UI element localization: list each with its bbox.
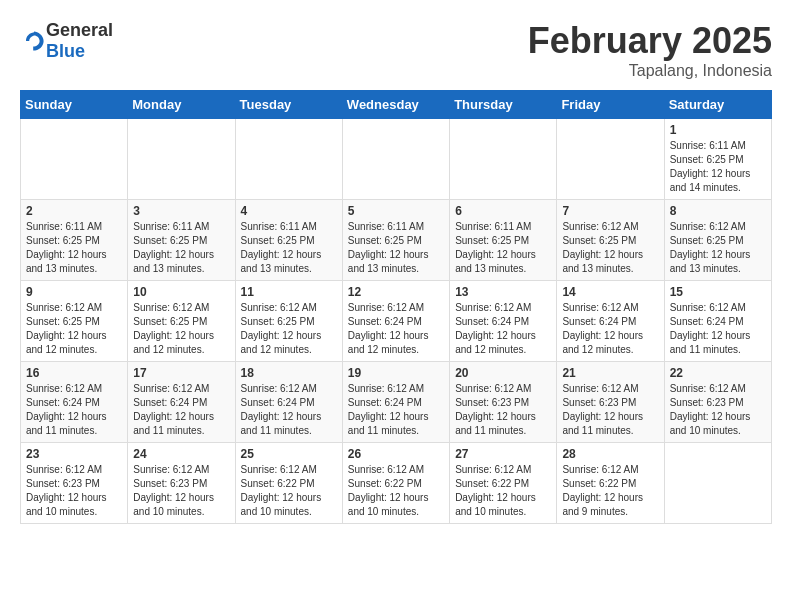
calendar-cell: 27Sunrise: 6:12 AM Sunset: 6:22 PM Dayli… xyxy=(450,443,557,524)
calendar-cell: 28Sunrise: 6:12 AM Sunset: 6:22 PM Dayli… xyxy=(557,443,664,524)
day-number: 22 xyxy=(670,366,766,380)
day-number: 28 xyxy=(562,447,658,461)
day-info: Sunrise: 6:12 AM Sunset: 6:24 PM Dayligh… xyxy=(241,382,337,438)
day-info: Sunrise: 6:12 AM Sunset: 6:24 PM Dayligh… xyxy=(348,382,444,438)
logo-general: General xyxy=(46,20,113,40)
calendar-cell xyxy=(450,119,557,200)
day-info: Sunrise: 6:12 AM Sunset: 6:24 PM Dayligh… xyxy=(562,301,658,357)
day-info: Sunrise: 6:12 AM Sunset: 6:25 PM Dayligh… xyxy=(670,220,766,276)
day-number: 16 xyxy=(26,366,122,380)
day-info: Sunrise: 6:12 AM Sunset: 6:25 PM Dayligh… xyxy=(133,301,229,357)
location-title: Tapalang, Indonesia xyxy=(528,62,772,80)
calendar-cell: 13Sunrise: 6:12 AM Sunset: 6:24 PM Dayli… xyxy=(450,281,557,362)
day-number: 19 xyxy=(348,366,444,380)
calendar-cell: 23Sunrise: 6:12 AM Sunset: 6:23 PM Dayli… xyxy=(21,443,128,524)
day-number: 10 xyxy=(133,285,229,299)
day-info: Sunrise: 6:12 AM Sunset: 6:23 PM Dayligh… xyxy=(562,382,658,438)
calendar-cell: 26Sunrise: 6:12 AM Sunset: 6:22 PM Dayli… xyxy=(342,443,449,524)
calendar-cell: 12Sunrise: 6:12 AM Sunset: 6:24 PM Dayli… xyxy=(342,281,449,362)
day-info: Sunrise: 6:12 AM Sunset: 6:24 PM Dayligh… xyxy=(670,301,766,357)
weekday-header-friday: Friday xyxy=(557,91,664,119)
day-number: 25 xyxy=(241,447,337,461)
calendar-cell: 7Sunrise: 6:12 AM Sunset: 6:25 PM Daylig… xyxy=(557,200,664,281)
logo-icon xyxy=(22,29,46,53)
calendar-cell: 16Sunrise: 6:12 AM Sunset: 6:24 PM Dayli… xyxy=(21,362,128,443)
day-info: Sunrise: 6:12 AM Sunset: 6:24 PM Dayligh… xyxy=(348,301,444,357)
calendar-cell: 3Sunrise: 6:11 AM Sunset: 6:25 PM Daylig… xyxy=(128,200,235,281)
week-row-1: 1Sunrise: 6:11 AM Sunset: 6:25 PM Daylig… xyxy=(21,119,772,200)
calendar-cell xyxy=(235,119,342,200)
day-number: 15 xyxy=(670,285,766,299)
day-number: 13 xyxy=(455,285,551,299)
day-info: Sunrise: 6:12 AM Sunset: 6:22 PM Dayligh… xyxy=(241,463,337,519)
calendar-cell: 2Sunrise: 6:11 AM Sunset: 6:25 PM Daylig… xyxy=(21,200,128,281)
page-header: General Blue February 2025 Tapalang, Ind… xyxy=(20,20,772,80)
day-info: Sunrise: 6:11 AM Sunset: 6:25 PM Dayligh… xyxy=(26,220,122,276)
day-number: 2 xyxy=(26,204,122,218)
weekday-header-saturday: Saturday xyxy=(664,91,771,119)
weekday-header-monday: Monday xyxy=(128,91,235,119)
calendar-cell: 21Sunrise: 6:12 AM Sunset: 6:23 PM Dayli… xyxy=(557,362,664,443)
calendar-cell: 8Sunrise: 6:12 AM Sunset: 6:25 PM Daylig… xyxy=(664,200,771,281)
day-info: Sunrise: 6:12 AM Sunset: 6:23 PM Dayligh… xyxy=(133,463,229,519)
day-info: Sunrise: 6:12 AM Sunset: 6:22 PM Dayligh… xyxy=(562,463,658,519)
day-number: 21 xyxy=(562,366,658,380)
day-info: Sunrise: 6:12 AM Sunset: 6:23 PM Dayligh… xyxy=(670,382,766,438)
day-info: Sunrise: 6:12 AM Sunset: 6:22 PM Dayligh… xyxy=(348,463,444,519)
calendar-cell xyxy=(128,119,235,200)
day-info: Sunrise: 6:12 AM Sunset: 6:23 PM Dayligh… xyxy=(26,463,122,519)
day-number: 4 xyxy=(241,204,337,218)
day-number: 8 xyxy=(670,204,766,218)
day-number: 27 xyxy=(455,447,551,461)
calendar-cell: 25Sunrise: 6:12 AM Sunset: 6:22 PM Dayli… xyxy=(235,443,342,524)
calendar-cell xyxy=(342,119,449,200)
weekday-header-row: SundayMondayTuesdayWednesdayThursdayFrid… xyxy=(21,91,772,119)
calendar-cell: 5Sunrise: 6:11 AM Sunset: 6:25 PM Daylig… xyxy=(342,200,449,281)
day-number: 23 xyxy=(26,447,122,461)
logo-blue: Blue xyxy=(46,41,85,61)
calendar-cell: 15Sunrise: 6:12 AM Sunset: 6:24 PM Dayli… xyxy=(664,281,771,362)
week-row-5: 23Sunrise: 6:12 AM Sunset: 6:23 PM Dayli… xyxy=(21,443,772,524)
calendar-cell: 1Sunrise: 6:11 AM Sunset: 6:25 PM Daylig… xyxy=(664,119,771,200)
calendar-cell: 10Sunrise: 6:12 AM Sunset: 6:25 PM Dayli… xyxy=(128,281,235,362)
month-title: February 2025 xyxy=(528,20,772,62)
calendar-cell: 24Sunrise: 6:12 AM Sunset: 6:23 PM Dayli… xyxy=(128,443,235,524)
day-number: 7 xyxy=(562,204,658,218)
calendar-table: SundayMondayTuesdayWednesdayThursdayFrid… xyxy=(20,90,772,524)
day-info: Sunrise: 6:11 AM Sunset: 6:25 PM Dayligh… xyxy=(133,220,229,276)
calendar-cell: 11Sunrise: 6:12 AM Sunset: 6:25 PM Dayli… xyxy=(235,281,342,362)
week-row-4: 16Sunrise: 6:12 AM Sunset: 6:24 PM Dayli… xyxy=(21,362,772,443)
week-row-3: 9Sunrise: 6:12 AM Sunset: 6:25 PM Daylig… xyxy=(21,281,772,362)
calendar-cell: 9Sunrise: 6:12 AM Sunset: 6:25 PM Daylig… xyxy=(21,281,128,362)
day-info: Sunrise: 6:11 AM Sunset: 6:25 PM Dayligh… xyxy=(241,220,337,276)
day-number: 24 xyxy=(133,447,229,461)
day-info: Sunrise: 6:11 AM Sunset: 6:25 PM Dayligh… xyxy=(348,220,444,276)
day-number: 17 xyxy=(133,366,229,380)
calendar-cell xyxy=(557,119,664,200)
logo: General Blue xyxy=(20,20,113,62)
day-number: 20 xyxy=(455,366,551,380)
calendar-cell xyxy=(21,119,128,200)
day-info: Sunrise: 6:12 AM Sunset: 6:24 PM Dayligh… xyxy=(133,382,229,438)
day-number: 1 xyxy=(670,123,766,137)
weekday-header-sunday: Sunday xyxy=(21,91,128,119)
calendar-cell: 19Sunrise: 6:12 AM Sunset: 6:24 PM Dayli… xyxy=(342,362,449,443)
day-number: 6 xyxy=(455,204,551,218)
day-number: 9 xyxy=(26,285,122,299)
day-number: 3 xyxy=(133,204,229,218)
day-number: 18 xyxy=(241,366,337,380)
day-info: Sunrise: 6:12 AM Sunset: 6:24 PM Dayligh… xyxy=(26,382,122,438)
day-number: 5 xyxy=(348,204,444,218)
week-row-2: 2Sunrise: 6:11 AM Sunset: 6:25 PM Daylig… xyxy=(21,200,772,281)
day-info: Sunrise: 6:11 AM Sunset: 6:25 PM Dayligh… xyxy=(455,220,551,276)
day-info: Sunrise: 6:12 AM Sunset: 6:25 PM Dayligh… xyxy=(26,301,122,357)
weekday-header-tuesday: Tuesday xyxy=(235,91,342,119)
day-number: 11 xyxy=(241,285,337,299)
calendar-cell: 14Sunrise: 6:12 AM Sunset: 6:24 PM Dayli… xyxy=(557,281,664,362)
weekday-header-wednesday: Wednesday xyxy=(342,91,449,119)
calendar-cell: 6Sunrise: 6:11 AM Sunset: 6:25 PM Daylig… xyxy=(450,200,557,281)
logo-text: General Blue xyxy=(46,20,113,62)
day-info: Sunrise: 6:12 AM Sunset: 6:22 PM Dayligh… xyxy=(455,463,551,519)
day-number: 26 xyxy=(348,447,444,461)
title-area: February 2025 Tapalang, Indonesia xyxy=(528,20,772,80)
